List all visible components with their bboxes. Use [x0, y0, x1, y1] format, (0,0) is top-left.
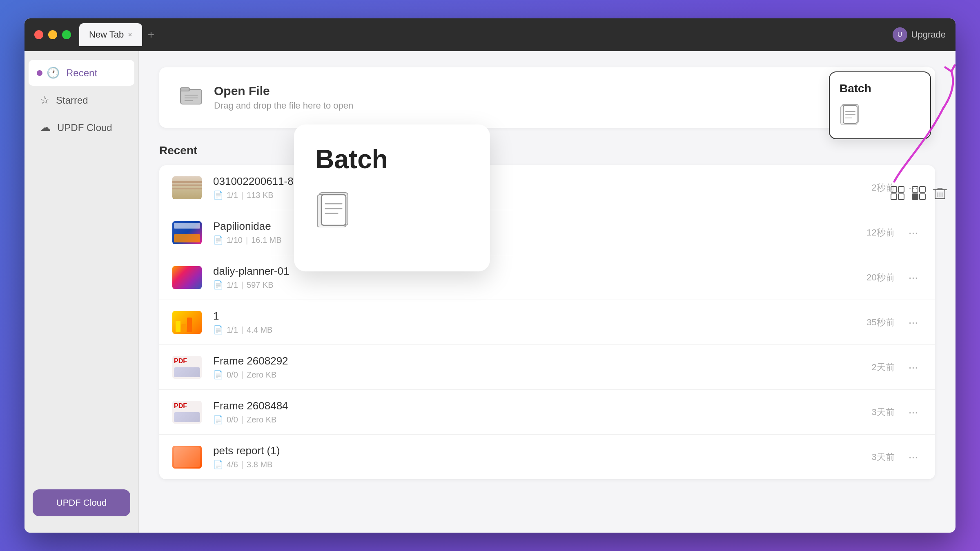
file-time: 3天前	[871, 406, 894, 418]
file-item[interactable]: Papilionidae 📄 1/10 | 16.1 MB 12秒前 ···	[159, 210, 935, 255]
main-content: Open File Drag and drop the file here to…	[139, 51, 956, 533]
minimize-button[interactable]	[48, 30, 57, 39]
list-view-icon[interactable]	[911, 186, 926, 204]
toolbar-row	[890, 186, 947, 204]
svg-rect-25	[912, 194, 918, 200]
user-avatar[interactable]: U	[893, 27, 907, 42]
file-thumbnail	[172, 266, 202, 289]
file-more-button[interactable]: ···	[904, 406, 922, 419]
file-time: 2天前	[871, 361, 894, 373]
svg-rect-19	[891, 187, 897, 192]
grid-view-icon[interactable]	[890, 186, 905, 204]
file-item[interactable]: PDF Frame 2608484 📄 0/0 | Zero KB 3天前 ·	[159, 390, 935, 435]
recent-section-title: Recent	[159, 144, 935, 157]
delete-icon[interactable]	[933, 186, 947, 204]
file-name: 1	[213, 310, 866, 322]
maximize-button[interactable]	[62, 30, 71, 39]
file-item[interactable]: 1 📄 1/1 | 4.4 MB 35秒前 ···	[159, 300, 935, 345]
file-item[interactable]: pets report (1) 📄 4/6 | 3.8 MB 3天前 ···	[159, 435, 935, 479]
svg-rect-20	[898, 187, 904, 192]
file-meta: 📄 4/6 | 3.8 MB	[213, 460, 871, 469]
active-tab[interactable]: New Tab ×	[79, 23, 142, 46]
file-item[interactable]: 031002200611-8277268_PDFA 📄 1/1 | 113 KB…	[159, 165, 935, 210]
close-button[interactable]	[34, 30, 43, 39]
svg-rect-21	[891, 194, 897, 200]
file-thumbnail	[172, 311, 202, 334]
recent-icon: 🕐	[47, 67, 60, 79]
file-size: 4.4 MB	[247, 325, 272, 335]
file-time: 35秒前	[866, 316, 894, 329]
svg-rect-0	[180, 89, 202, 104]
file-info: pets report (1) 📄 4/6 | 3.8 MB	[213, 444, 871, 469]
file-thumbnail	[172, 221, 202, 244]
batch-big-title: Batch	[315, 144, 388, 174]
batch-big-icon	[315, 191, 352, 235]
tab-bar: New Tab × +	[79, 23, 893, 46]
meta-icon: 📄	[213, 325, 223, 335]
svg-rect-24	[920, 187, 925, 192]
file-meta: 📄 0/0 | Zero KB	[213, 370, 871, 380]
app-content: 🕐 Recent ☆ Starred ☁ UPDF Cloud UPDF Clo…	[24, 51, 956, 533]
file-pages: 1/1	[227, 191, 238, 200]
file-size: Zero KB	[247, 370, 276, 380]
sidebar-item-updf-cloud[interactable]: ☁ UPDF Cloud	[29, 115, 134, 140]
upgrade-label[interactable]: Upgrade	[911, 29, 946, 40]
file-thumbnail	[172, 446, 202, 469]
open-file-text: Open File Drag and drop the file here to…	[214, 84, 353, 111]
file-more-button[interactable]: ···	[904, 361, 922, 374]
file-thumbnail: PDF	[172, 401, 202, 424]
meta-icon: 📄	[213, 370, 223, 380]
file-time: 3天前	[871, 451, 894, 463]
file-pages: 0/0	[227, 370, 238, 380]
file-size: 16.1 MB	[251, 236, 281, 245]
cloud-upgrade-button[interactable]: UPDF Cloud	[33, 489, 130, 516]
open-file-left: Open File Drag and drop the file here to…	[180, 84, 353, 111]
open-file-title: Open File	[214, 84, 353, 98]
file-size: Zero KB	[247, 415, 276, 424]
tab-close-icon[interactable]: ×	[128, 31, 132, 39]
file-more-button[interactable]: ···	[904, 316, 922, 329]
file-meta: 📄 1/1 | 597 KB	[213, 280, 866, 290]
title-bar: New Tab × + U Upgrade	[24, 18, 956, 51]
upgrade-section: U Upgrade	[893, 27, 946, 42]
file-more-button[interactable]: ···	[904, 226, 922, 239]
sidebar-item-starred[interactable]: ☆ Starred	[29, 87, 134, 113]
svg-rect-26	[920, 194, 925, 200]
file-size: 597 KB	[247, 280, 274, 290]
traffic-lights	[34, 30, 71, 39]
svg-rect-1	[180, 88, 189, 91]
new-tab-button[interactable]: +	[144, 28, 158, 41]
open-file-box[interactable]: Open File Drag and drop the file here to…	[159, 67, 935, 128]
sidebar-item-recent[interactable]: 🕐 Recent	[29, 60, 134, 86]
browser-window: New Tab × + U Upgrade 🕐 Recent ☆ Starred	[24, 18, 956, 533]
file-more-button[interactable]: ···	[904, 451, 922, 464]
file-thumbnail	[172, 176, 202, 199]
batch-panel-icon	[840, 103, 920, 129]
file-meta: 📄 0/0 | Zero KB	[213, 415, 871, 424]
file-item[interactable]: PDF Frame 2608292 📄 0/0 | Zero KB 2天前 ·	[159, 345, 935, 390]
svg-rect-9	[321, 195, 346, 225]
file-pages: 1/1	[227, 325, 238, 335]
cloud-icon: ☁	[40, 121, 51, 134]
file-item[interactable]: daliy-planner-01 📄 1/1 | 597 KB 20秒前 ···	[159, 255, 935, 300]
file-name: pets report (1)	[213, 444, 871, 457]
file-more-button[interactable]: ···	[904, 271, 922, 284]
file-info: Frame 2608484 📄 0/0 | Zero KB	[213, 400, 871, 424]
open-file-subtitle: Drag and drop the file here to open	[214, 100, 353, 111]
file-list: 031002200611-8277268_PDFA 📄 1/1 | 113 KB…	[159, 165, 935, 479]
file-pages: 1/10	[227, 236, 243, 245]
file-name: Frame 2608484	[213, 400, 871, 412]
sidebar: 🕐 Recent ☆ Starred ☁ UPDF Cloud UPDF Clo…	[24, 51, 139, 533]
tab-title: New Tab	[89, 29, 124, 40]
file-pages: 0/0	[227, 415, 238, 424]
active-dot	[37, 70, 42, 76]
meta-icon: 📄	[213, 190, 223, 200]
meta-icon: 📄	[213, 460, 223, 469]
file-info: Frame 2608292 📄 0/0 | Zero KB	[213, 355, 871, 380]
batch-panel-title: Batch	[840, 82, 920, 95]
batch-panel: Batch	[829, 71, 931, 139]
file-pages: 4/6	[227, 460, 238, 469]
file-time: 20秒前	[866, 271, 894, 284]
svg-rect-22	[898, 194, 904, 200]
starred-icon: ☆	[40, 94, 49, 107]
